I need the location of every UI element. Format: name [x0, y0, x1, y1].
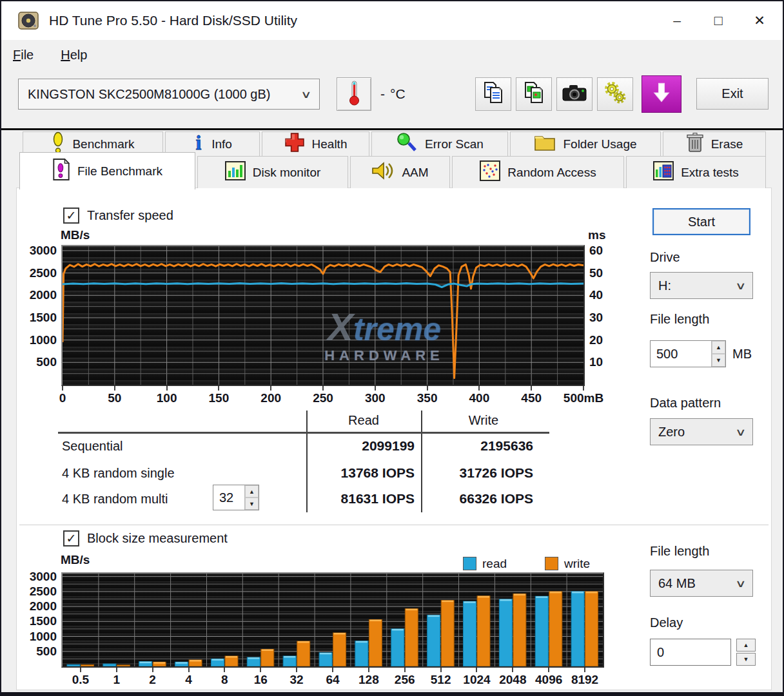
camera-icon [561, 82, 588, 106]
axis-tick-label: 50 [108, 391, 121, 405]
queue-depth-stepper[interactable]: 32 ▲ ▼ [213, 485, 259, 510]
block-size-label: Block size measurement [87, 531, 228, 546]
axis-tick-label: 2500 [22, 266, 57, 281]
delay-label: Delay [650, 615, 683, 630]
spin-up-icon[interactable]: ▲ [712, 341, 725, 354]
queue-depth-value: 32 [213, 485, 244, 510]
tab-label: Random Access [507, 166, 596, 180]
axis-tick [224, 668, 225, 672]
transfer-speed-label: Transfer speed [87, 208, 173, 223]
axis-tick [531, 386, 532, 391]
axis-tick-label: 200 [260, 391, 281, 405]
tab-health[interactable]: Health [262, 131, 369, 156]
section-separator [19, 525, 769, 526]
drive-selector-dropdown[interactable]: KINGSTON SKC2500M81000G (1000 gB) ∨ [18, 79, 320, 110]
row-label-4-kb-random-single: 4 KB random single [62, 466, 175, 480]
temperature-readout: -°C [380, 77, 406, 111]
axis-tick-label: 2500 [22, 584, 57, 599]
axis-tick [114, 386, 115, 391]
delay-input[interactable]: 0 [650, 639, 731, 666]
read-bar-2048 [499, 599, 512, 666]
axis-tick-label: 1500 [22, 614, 57, 629]
tab-aam[interactable]: AAM [350, 156, 450, 188]
spin-down-icon[interactable]: ▼ [245, 498, 259, 510]
options-button[interactable] [597, 77, 633, 111]
write-bar-512 [441, 601, 454, 666]
tab-label: Extra tests [681, 166, 739, 180]
settings-gears-icon [602, 81, 628, 108]
copy-text-icon [480, 81, 506, 108]
copy-text-button[interactable] [475, 77, 511, 111]
health-icon [284, 132, 305, 156]
save-results-button[interactable] [642, 75, 681, 113]
chevron-down-icon: ∨ [735, 280, 747, 292]
read-legend-swatch [463, 557, 476, 570]
close-button[interactable]: ✕ [739, 1, 780, 40]
menu-help[interactable]: Help [61, 48, 87, 63]
delay-spin-up[interactable]: ▲ [736, 639, 756, 652]
tab-label: Health [312, 137, 348, 151]
axis-tick-label: 2000 [22, 287, 57, 303]
tab-file-benchmark[interactable]: File Benchmark [19, 152, 195, 189]
table-header-rule [58, 432, 549, 434]
error-scan-icon [396, 132, 418, 156]
read-bar-1 [103, 664, 116, 666]
tab-erase[interactable]: Erase [663, 131, 766, 156]
tab-disk-monitor[interactable]: Disk monitor [197, 156, 348, 188]
read-bar-128 [355, 641, 368, 666]
axis-tick [296, 668, 297, 672]
exit-button[interactable]: Exit [696, 78, 769, 110]
write-legend-swatch [545, 557, 558, 570]
download-arrow-icon [651, 81, 672, 107]
axis-tick-label: 1024 [463, 673, 490, 687]
tab-label: Benchmark [72, 137, 134, 151]
axis-tick-label: 16 [254, 673, 268, 687]
axis-tick-label: 60 [589, 243, 624, 258]
axis-tick [80, 668, 81, 672]
menu-file[interactable]: File [13, 48, 34, 63]
block-size-checkbox-row[interactable]: ✓ Block size measurement [63, 530, 228, 546]
copy-image-button[interactable] [516, 77, 552, 111]
tab-label: Erase [711, 137, 743, 151]
axis-tick [332, 668, 333, 672]
spin-up-icon[interactable]: ▲ [245, 485, 259, 498]
minimize-button[interactable]: – [656, 1, 698, 40]
title-bar: HD Tune Pro 5.50 - Hard Disk/SSD Utility… [1, 1, 783, 40]
disk-monitor-icon [225, 161, 246, 184]
file-length2-label: File length [650, 544, 709, 559]
block-size-chart [61, 572, 604, 668]
temperature-button[interactable] [337, 77, 371, 111]
write-bar-16 [261, 650, 274, 667]
axis-tick-label: 3000 [22, 243, 57, 258]
axis-tick-label: 64 [326, 673, 339, 687]
drive-dropdown[interactable]: H: ∨ [650, 272, 753, 299]
data-pattern-dropdown[interactable]: Zero ∨ [650, 418, 753, 445]
spin-down-icon[interactable]: ▼ [712, 354, 725, 367]
write-value: 2195636 [404, 439, 533, 453]
write-column-header: Write [421, 413, 546, 428]
tab-folder-usage[interactable]: Folder Usage [510, 131, 661, 156]
delay-spin-down[interactable]: ▼ [736, 653, 756, 666]
axis-tick [116, 668, 117, 672]
chevron-down-icon: ∨ [735, 577, 747, 590]
write-bar-2048 [513, 594, 526, 666]
maximize-button[interactable]: □ [698, 1, 739, 40]
read-value: 81631 IOPS [286, 492, 415, 506]
screenshot-button[interactable] [556, 77, 593, 111]
axis-tick [322, 386, 324, 391]
file-length2-dropdown[interactable]: 64 MB ∨ [650, 570, 753, 597]
axis-tick [375, 386, 376, 391]
tab-label: Info [211, 137, 232, 151]
checkbox-checked-icon: ✓ [63, 208, 79, 224]
aam-icon [371, 160, 395, 184]
results-table: Read Write Sequential209919921956364 KB … [58, 411, 549, 514]
window-title: HD Tune Pro 5.50 - Hard Disk/SSD Utility [49, 13, 297, 28]
file-length-stepper[interactable]: 500 ▲ ▼ [650, 340, 726, 367]
transfer-speed-checkbox-row[interactable]: ✓ Transfer speed [63, 208, 173, 224]
write-bar-128 [369, 620, 382, 667]
tab-extra-tests[interactable]: Extra tests [626, 156, 766, 188]
axis-tick-label: 4 [185, 673, 192, 687]
tab-random-access[interactable]: Random Access [452, 156, 624, 188]
tab-error-scan[interactable]: Error Scan [371, 131, 508, 156]
start-button[interactable]: Start [652, 208, 750, 235]
